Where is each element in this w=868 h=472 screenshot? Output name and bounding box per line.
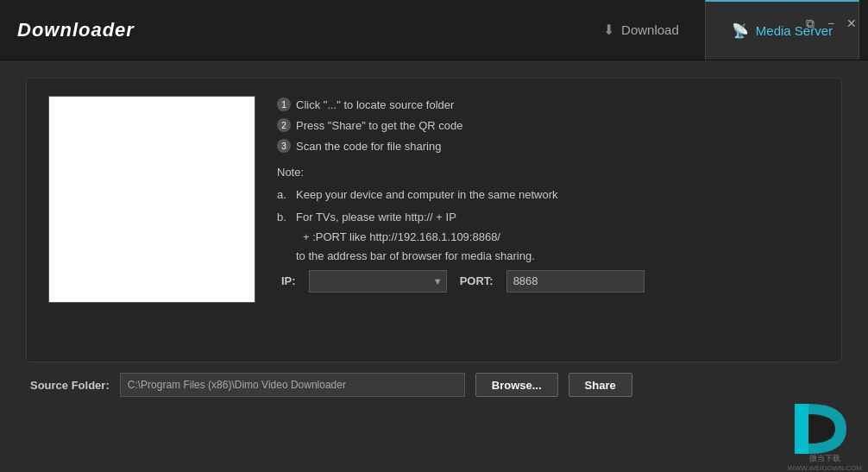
main-content: 1 Click "..." to locate source folder 2 … bbox=[0, 60, 868, 472]
browse-button[interactable]: Browse... bbox=[475, 373, 558, 397]
step-3-number: 3 bbox=[277, 139, 291, 153]
port-label: PORT: bbox=[460, 272, 494, 291]
bottom-bar: Source Folder: C:\Program Files (x86)\Di… bbox=[26, 373, 842, 397]
instructions-area: 1 Click "..." to locate source folder 2 … bbox=[277, 96, 820, 344]
watermark-line1: 微当下载 bbox=[788, 453, 862, 464]
step-1-text: Click "..." to locate source folder bbox=[296, 96, 454, 115]
watermark-line2: WWW.WEIDOWN.COM bbox=[788, 464, 862, 472]
step-1-number: 1 bbox=[277, 98, 291, 111]
media-server-panel: 1 Click "..." to locate source folder 2 … bbox=[26, 78, 842, 362]
step-3: 3 Scan the code for file sharing bbox=[277, 137, 820, 156]
step-2-text: Press "Share" to get the QR code bbox=[296, 116, 463, 135]
minimize-button[interactable]: − bbox=[823, 16, 839, 31]
media-server-tab-icon: 📡 bbox=[732, 22, 749, 39]
note-b: b. For TVs, please write http:// + IP + … bbox=[277, 208, 820, 265]
step-3-text: Scan the code for file sharing bbox=[296, 137, 441, 156]
download-tab-icon: ⬇ bbox=[603, 22, 614, 38]
ip-select[interactable] bbox=[309, 270, 447, 293]
tab-download-label: Download bbox=[621, 22, 679, 37]
qr-code-display bbox=[48, 96, 255, 303]
note-b-text: For TVs, please write http:// + IP + :PO… bbox=[296, 208, 820, 265]
note-b-line3: to the address bar of browser for media … bbox=[296, 247, 820, 266]
share-button[interactable]: Share bbox=[569, 373, 632, 397]
close-button[interactable]: ✕ bbox=[844, 16, 859, 31]
logo-watermark: 微当下载 WWW.WEIDOWN.COM bbox=[782, 386, 868, 472]
logo-d-icon bbox=[790, 401, 859, 457]
source-path-display: C:\Program Files (x86)\Dimo Video Downlo… bbox=[120, 373, 465, 397]
source-path-text: C:\Program Files (x86)\Dimo Video Downlo… bbox=[128, 379, 346, 391]
note-a: a. Keep your device and computer in the … bbox=[277, 186, 820, 205]
note-a-letter: a. bbox=[277, 186, 291, 205]
app-title: Downloader bbox=[17, 19, 135, 41]
note-a-text: Keep your device and computer in the sam… bbox=[296, 186, 820, 205]
svg-rect-0 bbox=[795, 404, 808, 454]
source-folder-label: Source Folder: bbox=[30, 379, 110, 392]
ip-port-row: IP: ▼ PORT: bbox=[277, 270, 820, 293]
panel-inner: 1 Click "..." to locate source folder 2 … bbox=[48, 96, 820, 344]
ip-label: IP: bbox=[281, 272, 296, 291]
window-controls: ⧉ − ✕ bbox=[802, 16, 859, 31]
port-input[interactable] bbox=[506, 270, 645, 293]
step-2: 2 Press "Share" to get the QR code bbox=[277, 116, 820, 135]
note-b-line1: For TVs, please write http:// + IP bbox=[296, 208, 820, 227]
note-b-letter: b. bbox=[277, 208, 291, 265]
ip-select-wrapper: ▼ bbox=[309, 270, 447, 293]
step-2-number: 2 bbox=[277, 118, 291, 132]
note-b-line2: + :PORT like http://192.168.1.109:8868/ bbox=[296, 228, 820, 247]
restore-button[interactable]: ⧉ bbox=[802, 16, 818, 31]
step-1: 1 Click "..." to locate source folder bbox=[277, 96, 820, 115]
note-label: Note: bbox=[277, 163, 820, 182]
tab-download[interactable]: ⬇ Download bbox=[577, 0, 705, 60]
title-bar: Downloader ⬇ Download 📡 Media Server ⧉ −… bbox=[0, 0, 868, 60]
